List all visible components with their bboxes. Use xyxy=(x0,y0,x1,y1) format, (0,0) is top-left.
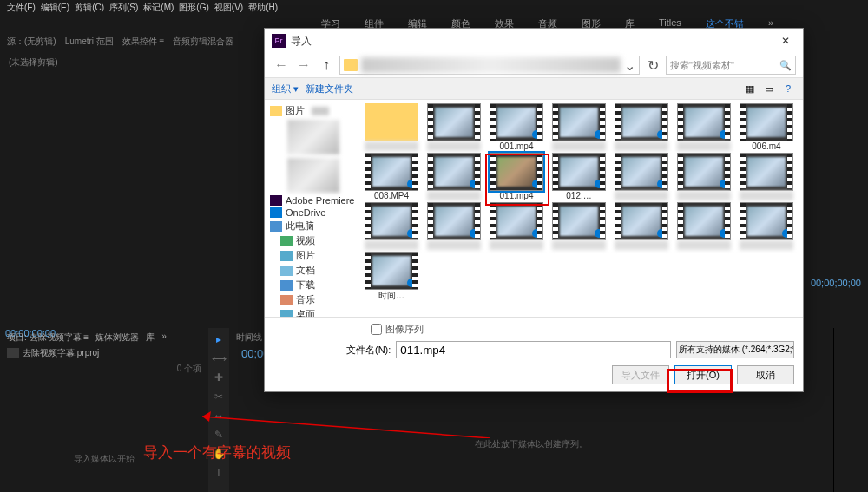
nav-back-icon[interactable]: ← xyxy=(272,56,291,75)
tree-item-onedrive[interactable]: OneDrive xyxy=(268,207,354,219)
slip-tool-icon[interactable]: ↔ xyxy=(212,410,226,423)
file-item[interactable] xyxy=(424,153,483,200)
project-panel: 项目: 去除视频字幕 ≡ 媒体浏览器 库 » 去除视频字幕.prproj 0 个… xyxy=(0,328,208,492)
premiere-icon xyxy=(270,195,282,206)
track-select-icon[interactable]: ⟷ xyxy=(212,352,226,366)
desktop-icon xyxy=(280,310,293,318)
ripple-edit-icon[interactable]: ✚ xyxy=(212,371,226,385)
menu-graphic[interactable]: 图形(G) xyxy=(179,2,208,14)
tree-item-documents[interactable]: 文档 xyxy=(268,263,354,278)
new-folder-button[interactable]: 新建文件夹 xyxy=(306,82,353,95)
project-item-count: 0 个项 xyxy=(7,363,201,375)
file-item[interactable] xyxy=(424,202,483,250)
close-icon[interactable]: ✕ xyxy=(775,35,796,47)
file-item-001[interactable]: 001.mp4 xyxy=(487,103,546,151)
file-item-011-selected[interactable]: 011.mp4 xyxy=(487,153,546,200)
tree-item-pictures[interactable]: 图片 xyxy=(268,103,354,118)
menu-help[interactable]: 帮助(H) xyxy=(248,2,278,14)
file-type-filter[interactable]: 所有支持的媒体 (*.264;*.3G2;*.▾ xyxy=(676,341,794,358)
pen-tool-icon[interactable]: ✎ xyxy=(212,429,226,443)
file-item-006[interactable]: 006.m4 xyxy=(737,103,796,151)
filename-input[interactable] xyxy=(396,341,671,358)
razor-tool-icon[interactable]: ✂ xyxy=(212,390,226,404)
tree-item-downloads[interactable]: 下载 xyxy=(268,278,354,292)
timeline-empty-hint[interactable]: 在此处放下媒体以创建序列。 xyxy=(236,438,826,450)
image-sequence-checkbox[interactable] xyxy=(371,324,382,335)
tab-lumetri[interactable]: Lumetri 范围 xyxy=(65,36,114,48)
file-item[interactable] xyxy=(737,202,796,250)
file-item[interactable] xyxy=(362,202,421,250)
search-placeholder: 搜索"视频素材" xyxy=(670,59,734,72)
search-icon: 🔍 xyxy=(779,60,792,71)
cancel-button[interactable]: 取消 xyxy=(737,365,794,384)
menu-file[interactable]: 文件(F) xyxy=(7,2,36,14)
tab-source[interactable]: 源：(无剪辑) xyxy=(7,36,56,48)
tree-item-thispc[interactable]: 此电脑 xyxy=(268,219,354,233)
right-panel xyxy=(833,328,868,492)
nav-forward-icon[interactable]: → xyxy=(294,56,313,75)
annotation-text: 导入一个有字幕的视频 xyxy=(143,443,291,462)
file-item-time[interactable]: 时间… xyxy=(362,252,421,302)
pc-icon xyxy=(270,221,282,232)
file-item[interactable] xyxy=(612,153,671,200)
refresh-icon[interactable]: ↻ xyxy=(643,56,662,75)
tree-item-music[interactable]: 音乐 xyxy=(268,292,354,307)
type-tool-icon[interactable]: T xyxy=(212,467,226,481)
nav-up-icon[interactable]: ↑ xyxy=(317,56,336,75)
tree-item-videos[interactable]: 视频 xyxy=(268,233,354,248)
file-item-folder[interactable] xyxy=(362,103,421,151)
dialog-bottom: 图像序列 文件名(N): 所有支持的媒体 (*.264;*.3G2;*.▾ 导入… xyxy=(265,317,803,391)
open-button[interactable]: 打开(O) xyxy=(674,365,732,384)
tab-audio-mixer[interactable]: 音频剪辑混合器 xyxy=(173,36,233,48)
chevron-down-icon[interactable]: ⌄ xyxy=(624,57,635,74)
tree-item-pictures2[interactable]: 图片 xyxy=(268,248,354,263)
tab-media-browser[interactable]: 媒体浏览器 xyxy=(95,331,139,344)
dialog-toolbar: 组织 ▾ 新建文件夹 ▦ ▭ ? xyxy=(265,77,803,100)
search-input[interactable]: 搜索"视频素材" 🔍 xyxy=(666,56,796,75)
file-item[interactable] xyxy=(612,103,671,151)
menu-sequence[interactable]: 序列(S) xyxy=(109,2,138,14)
menu-view[interactable]: 视图(V) xyxy=(214,2,243,14)
source-panel: 源：(无剪辑) Lumetri 范围 效果控件 ≡ 音频剪辑混合器 (未选择剪辑… xyxy=(0,32,265,327)
file-item-012[interactable]: 012.… xyxy=(549,153,608,200)
selection-tool-icon[interactable]: ▸ xyxy=(212,333,226,347)
view-thumbnails-icon[interactable]: ▦ xyxy=(742,81,758,96)
tree-item-premiere[interactable]: Adobe Premiere xyxy=(268,194,354,207)
tree-item-desktop[interactable]: 桌面 xyxy=(268,307,354,317)
file-item[interactable] xyxy=(674,103,733,151)
help-icon[interactable]: ? xyxy=(780,81,796,96)
import-file-button[interactable]: 导入文件 xyxy=(612,365,669,384)
file-item-008[interactable]: 008.MP4 xyxy=(362,153,421,200)
download-icon xyxy=(280,280,293,291)
organize-button[interactable]: 组织 ▾ xyxy=(272,82,299,95)
file-item[interactable] xyxy=(549,202,608,250)
menu-clip[interactable]: 剪辑(C) xyxy=(75,2,104,14)
view-details-icon[interactable]: ▭ xyxy=(761,81,777,96)
file-item[interactable] xyxy=(674,153,733,200)
document-icon xyxy=(280,266,293,276)
no-clip-label: (未选择剪辑) xyxy=(0,51,264,74)
tab-library[interactable]: 库 xyxy=(146,331,155,344)
folder-icon xyxy=(344,59,358,71)
file-item[interactable] xyxy=(612,202,671,250)
file-item[interactable] xyxy=(487,202,546,250)
dialog-body: 图片 Adobe Premiere OneDrive 此电脑 视频 图片 文档 … xyxy=(265,100,803,317)
tab-overflow-icon[interactable]: » xyxy=(161,331,167,344)
folder-tree: 图片 Adobe Premiere OneDrive 此电脑 视频 图片 文档 … xyxy=(265,100,358,317)
file-item[interactable] xyxy=(674,202,733,250)
tree-preview-thumb xyxy=(287,158,339,193)
dialog-titlebar: Pr 导入 ✕ xyxy=(265,29,803,53)
program-timecode: 00;00;00;00 xyxy=(811,278,861,288)
project-filename: 去除视频字幕.prproj xyxy=(23,347,99,359)
image-sequence-label: 图像序列 xyxy=(385,323,424,336)
tree-preview-thumb xyxy=(287,120,339,154)
tab-effect-controls[interactable]: 效果控件 ≡ xyxy=(122,36,165,48)
menu-edit[interactable]: 编辑(E) xyxy=(41,2,69,14)
file-item[interactable] xyxy=(424,103,483,151)
file-item[interactable] xyxy=(549,103,608,151)
file-item[interactable] xyxy=(737,153,796,200)
tab-project[interactable]: 项目: 去除视频字幕 ≡ xyxy=(7,331,89,344)
import-dialog: Pr 导入 ✕ ← → ↑ ⌄ ↻ 搜索"视频素材" 🔍 组织 ▾ 新建文件夹 … xyxy=(264,28,804,392)
address-bar[interactable]: ⌄ xyxy=(339,56,640,75)
menu-marker[interactable]: 标记(M) xyxy=(143,2,174,14)
